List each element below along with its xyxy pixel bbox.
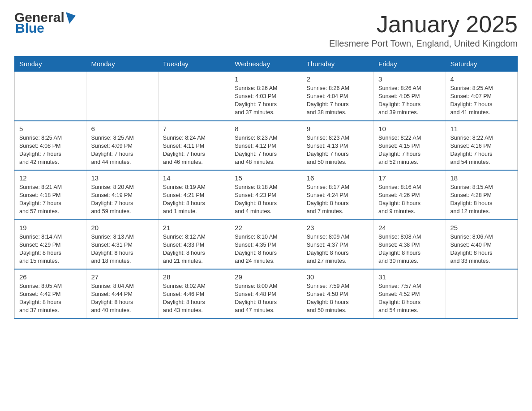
day-info: Sunrise: 8:10 AMSunset: 4:35 PMDaylight:… (235, 233, 297, 265)
calendar-week-5: 26Sunrise: 8:05 AMSunset: 4:42 PMDayligh… (15, 269, 518, 319)
day-number: 1 (235, 75, 297, 83)
day-info: Sunrise: 8:15 AMSunset: 4:28 PMDaylight:… (450, 183, 513, 216)
day-number: 5 (19, 125, 82, 133)
calendar-cell: 10Sunrise: 8:22 AMSunset: 4:15 PMDayligh… (374, 121, 446, 171)
day-info: Sunrise: 8:22 AMSunset: 4:15 PMDaylight:… (378, 134, 441, 167)
calendar-table: SundayMondayTuesdayWednesdayThursdayFrid… (14, 56, 518, 319)
calendar-cell: 18Sunrise: 8:15 AMSunset: 4:28 PMDayligh… (446, 170, 517, 220)
day-number: 6 (91, 125, 153, 133)
day-number: 19 (19, 224, 82, 231)
day-number: 27 (91, 273, 153, 281)
day-number: 17 (378, 174, 441, 182)
calendar-cell: 28Sunrise: 8:02 AMSunset: 4:46 PMDayligh… (158, 269, 230, 319)
weekday-header-wednesday: Wednesday (230, 56, 302, 72)
calendar-cell: 14Sunrise: 8:19 AMSunset: 4:21 PMDayligh… (158, 170, 230, 220)
day-info: Sunrise: 8:26 AMSunset: 4:04 PMDaylight:… (307, 84, 369, 117)
day-info: Sunrise: 8:14 AMSunset: 4:29 PMDaylight:… (19, 233, 82, 265)
page-header: General Blue January 2025 Ellesmere Port… (14, 11, 518, 49)
day-info: Sunrise: 8:25 AMSunset: 4:09 PMDaylight:… (91, 134, 153, 167)
weekday-header-tuesday: Tuesday (158, 56, 230, 72)
day-info: Sunrise: 8:25 AMSunset: 4:07 PMDaylight:… (450, 84, 513, 117)
calendar-cell: 30Sunrise: 7:59 AMSunset: 4:50 PMDayligh… (302, 269, 373, 319)
calendar-cell: 29Sunrise: 8:00 AMSunset: 4:48 PMDayligh… (230, 269, 302, 319)
day-number: 3 (378, 75, 441, 83)
day-number: 7 (163, 125, 225, 133)
calendar-cell (158, 72, 230, 121)
day-info: Sunrise: 8:08 AMSunset: 4:38 PMDaylight:… (378, 233, 441, 265)
calendar-cell: 20Sunrise: 8:13 AMSunset: 4:31 PMDayligh… (86, 220, 158, 270)
location-subtitle: Ellesmere Port Town, England, United Kin… (329, 39, 518, 49)
calendar-cell: 19Sunrise: 8:14 AMSunset: 4:29 PMDayligh… (15, 220, 86, 270)
calendar-cell: 3Sunrise: 8:26 AMSunset: 4:05 PMDaylight… (374, 72, 446, 121)
calendar-cell: 22Sunrise: 8:10 AMSunset: 4:35 PMDayligh… (230, 220, 302, 270)
calendar-cell: 15Sunrise: 8:18 AMSunset: 4:23 PMDayligh… (230, 170, 302, 220)
calendar-cell: 26Sunrise: 8:05 AMSunset: 4:42 PMDayligh… (15, 269, 86, 319)
weekday-header-sunday: Sunday (15, 56, 86, 72)
day-info: Sunrise: 8:00 AMSunset: 4:48 PMDaylight:… (235, 282, 297, 315)
logo: General Blue (14, 11, 76, 35)
calendar-cell: 4Sunrise: 8:25 AMSunset: 4:07 PMDaylight… (446, 72, 517, 121)
day-number: 14 (163, 174, 225, 182)
calendar-cell: 21Sunrise: 8:12 AMSunset: 4:33 PMDayligh… (158, 220, 230, 270)
day-number: 15 (235, 174, 297, 182)
calendar-cell: 9Sunrise: 8:23 AMSunset: 4:13 PMDaylight… (302, 121, 373, 171)
calendar-cell (446, 269, 517, 319)
day-info: Sunrise: 8:04 AMSunset: 4:44 PMDaylight:… (91, 282, 153, 315)
day-number: 2 (307, 75, 369, 83)
title-section: January 2025 Ellesmere Port Town, Englan… (329, 11, 518, 49)
day-info: Sunrise: 8:19 AMSunset: 4:21 PMDaylight:… (163, 183, 225, 216)
day-number: 12 (19, 174, 82, 182)
svg-marker-0 (66, 12, 76, 24)
day-info: Sunrise: 8:12 AMSunset: 4:33 PMDaylight:… (163, 233, 225, 265)
day-number: 20 (91, 224, 153, 231)
calendar-cell: 12Sunrise: 8:21 AMSunset: 4:18 PMDayligh… (15, 170, 86, 220)
day-info: Sunrise: 8:09 AMSunset: 4:37 PMDaylight:… (307, 233, 369, 265)
weekday-header-saturday: Saturday (446, 56, 517, 72)
calendar-cell (15, 72, 86, 121)
day-number: 18 (450, 174, 513, 182)
calendar-cell: 1Sunrise: 8:26 AMSunset: 4:03 PMDaylight… (230, 72, 302, 121)
day-number: 16 (307, 174, 369, 182)
calendar-cell: 27Sunrise: 8:04 AMSunset: 4:44 PMDayligh… (86, 269, 158, 319)
calendar-cell: 5Sunrise: 8:25 AMSunset: 4:08 PMDaylight… (15, 121, 86, 171)
day-number: 21 (163, 224, 225, 231)
calendar-cell: 17Sunrise: 8:16 AMSunset: 4:26 PMDayligh… (374, 170, 446, 220)
day-number: 29 (235, 273, 297, 281)
day-info: Sunrise: 8:26 AMSunset: 4:03 PMDaylight:… (235, 84, 297, 117)
calendar-cell: 11Sunrise: 8:22 AMSunset: 4:16 PMDayligh… (446, 121, 517, 171)
day-info: Sunrise: 8:21 AMSunset: 4:18 PMDaylight:… (19, 183, 82, 216)
day-number: 26 (19, 273, 82, 281)
weekday-header-monday: Monday (86, 56, 158, 72)
day-info: Sunrise: 8:16 AMSunset: 4:26 PMDaylight:… (378, 183, 441, 216)
calendar-cell: 7Sunrise: 8:24 AMSunset: 4:11 PMDaylight… (158, 121, 230, 171)
day-number: 24 (378, 224, 441, 231)
day-info: Sunrise: 8:20 AMSunset: 4:19 PMDaylight:… (91, 183, 153, 216)
logo-triangle-icon (66, 12, 76, 24)
day-info: Sunrise: 8:24 AMSunset: 4:11 PMDaylight:… (163, 134, 225, 167)
logo-blue-text: Blue (15, 21, 44, 35)
calendar-week-4: 19Sunrise: 8:14 AMSunset: 4:29 PMDayligh… (15, 220, 518, 270)
day-info: Sunrise: 7:57 AMSunset: 4:52 PMDaylight:… (378, 282, 441, 315)
day-number: 30 (307, 273, 369, 281)
calendar-cell (86, 72, 158, 121)
calendar-cell: 23Sunrise: 8:09 AMSunset: 4:37 PMDayligh… (302, 220, 373, 270)
weekday-header-row: SundayMondayTuesdayWednesdayThursdayFrid… (15, 56, 518, 72)
day-info: Sunrise: 7:59 AMSunset: 4:50 PMDaylight:… (307, 282, 369, 315)
calendar-cell: 16Sunrise: 8:17 AMSunset: 4:24 PMDayligh… (302, 170, 373, 220)
calendar-body: 1Sunrise: 8:26 AMSunset: 4:03 PMDaylight… (15, 72, 518, 319)
month-title: January 2025 (329, 11, 518, 38)
day-number: 25 (450, 224, 513, 231)
calendar-header: SundayMondayTuesdayWednesdayThursdayFrid… (15, 56, 518, 72)
day-number: 22 (235, 224, 297, 231)
calendar-cell: 6Sunrise: 8:25 AMSunset: 4:09 PMDaylight… (86, 121, 158, 171)
calendar-cell: 2Sunrise: 8:26 AMSunset: 4:04 PMDaylight… (302, 72, 373, 121)
day-info: Sunrise: 8:13 AMSunset: 4:31 PMDaylight:… (91, 233, 153, 265)
day-number: 8 (235, 125, 297, 133)
day-number: 9 (307, 125, 369, 133)
calendar-week-2: 5Sunrise: 8:25 AMSunset: 4:08 PMDaylight… (15, 121, 518, 171)
day-number: 4 (450, 75, 513, 83)
calendar-cell: 8Sunrise: 8:23 AMSunset: 4:12 PMDaylight… (230, 121, 302, 171)
day-info: Sunrise: 8:06 AMSunset: 4:40 PMDaylight:… (450, 233, 513, 265)
day-info: Sunrise: 8:23 AMSunset: 4:12 PMDaylight:… (235, 134, 297, 167)
calendar-cell: 13Sunrise: 8:20 AMSunset: 4:19 PMDayligh… (86, 170, 158, 220)
